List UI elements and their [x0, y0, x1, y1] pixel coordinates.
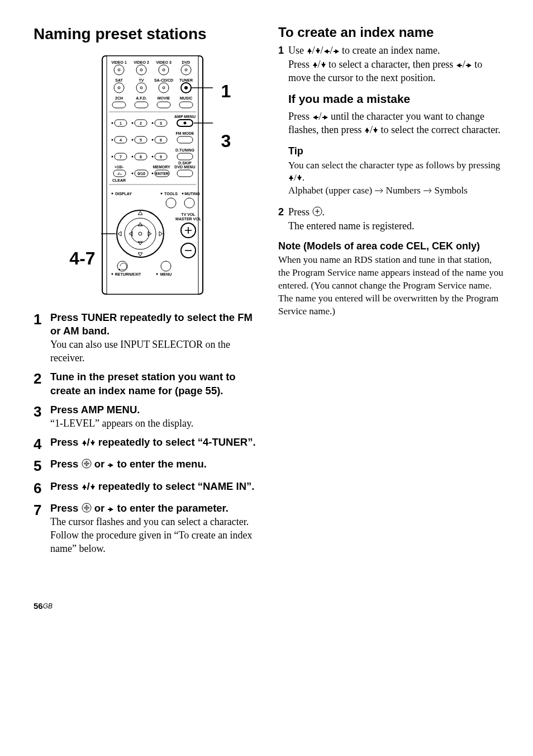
svg-text:3: 3 — [160, 121, 162, 125]
svg-text:ENTER: ENTER — [155, 172, 169, 176]
tip-title: Tip — [288, 144, 504, 158]
svg-point-44 — [151, 122, 153, 124]
svg-text:0/10: 0/10 — [137, 172, 145, 176]
arrow-down-icon — [321, 62, 326, 68]
svg-text:D.SKIP: D.SKIP — [178, 161, 192, 165]
svg-text:FM MODE: FM MODE — [175, 131, 194, 135]
svg-point-61 — [111, 155, 113, 157]
svg-text:5: 5 — [140, 138, 142, 142]
svg-text:2: 2 — [140, 121, 142, 125]
svg-point-91 — [182, 192, 183, 194]
svg-point-38 — [111, 122, 113, 124]
arrow-right-icon — [465, 63, 472, 68]
callout-3: 3 — [221, 129, 231, 153]
svg-point-104 — [111, 273, 113, 275]
arrow-up-icon — [364, 127, 370, 134]
svg-text:1: 1 — [120, 121, 122, 125]
arrow-up-icon — [82, 484, 87, 490]
svg-text:DVD MENU: DVD MENU — [174, 165, 195, 169]
svg-text:MUSIC: MUSIC — [179, 96, 192, 100]
svg-text:SA-CD/CD: SA-CD/CD — [154, 78, 173, 82]
arrow-right-icon — [333, 49, 340, 54]
svg-text:TOOLS: TOOLS — [164, 192, 178, 196]
remote-svg: VIDEO 1 VIDEO 2 VIDEO 3 DVD SAT TV SA-CD… — [101, 55, 216, 295]
note-title: Note (Models of area code CEL, CEK only) — [278, 239, 504, 253]
svg-text:CLEAR: CLEAR — [112, 178, 126, 182]
enter-icon — [82, 459, 92, 469]
step-1: 1 Press TUNER repeatedly to select the F… — [34, 311, 263, 365]
arrow-right-icon — [322, 115, 329, 120]
svg-text:2CH: 2CH — [115, 96, 123, 100]
svg-text:D.TUNING: D.TUNING — [175, 148, 194, 152]
step-6: 6 Press / repeatedly to select “NAME IN”… — [34, 480, 263, 496]
svg-point-67 — [151, 155, 153, 157]
step-3: 3 Press AMP MENU. “1-LEVEL” appears on t… — [34, 403, 263, 430]
svg-text:MUTING: MUTING — [184, 192, 200, 196]
svg-point-64 — [131, 155, 133, 157]
enter-icon — [82, 503, 92, 513]
svg-text:7: 7 — [120, 155, 122, 159]
svg-text:MENU: MENU — [160, 272, 172, 276]
arrow-left-icon — [456, 63, 463, 68]
arrow-down-icon — [90, 440, 96, 446]
arrow-down-icon — [90, 484, 96, 490]
svg-text:DVD: DVD — [182, 60, 190, 64]
page-title: Naming preset stations — [34, 23, 263, 45]
remote-diagram: 4-7 VIDEO 1 VIDEO 2 VIDEO 3 DVD SAT TV — [34, 55, 263, 295]
svg-text:MASTER VOL: MASTER VOL — [175, 217, 202, 221]
callout-4-7: 4-7 — [65, 247, 96, 271]
svg-point-81 — [151, 172, 153, 174]
svg-point-53 — [131, 139, 133, 140]
step-2: 2 Tune in the preset station you want to… — [34, 370, 263, 397]
arrow-up-icon — [82, 440, 87, 446]
svg-text:RETURN/EXIT: RETURN/EXIT — [115, 272, 141, 276]
svg-text:TUNER: TUNER — [179, 78, 193, 82]
arrow-down-icon — [373, 127, 378, 134]
thin-arrow-right-icon — [423, 187, 432, 194]
svg-text:DISPLAY: DISPLAY — [115, 192, 132, 196]
svg-point-77 — [131, 172, 133, 174]
svg-point-56 — [151, 139, 153, 140]
svg-point-49 — [183, 121, 186, 124]
arrow-up-icon — [288, 174, 294, 181]
svg-text:MOVIE: MOVIE — [157, 96, 170, 100]
step-7: 7 Press or to enter the parameter. The c… — [34, 502, 263, 556]
svg-text:VIDEO 2: VIDEO 2 — [134, 60, 149, 64]
svg-point-87 — [111, 192, 113, 194]
thin-arrow-right-icon — [374, 187, 383, 194]
svg-text:4: 4 — [120, 138, 122, 142]
plus-circle-icon — [312, 206, 322, 216]
tip-body: You can select the character type as fol… — [288, 159, 504, 198]
svg-text:TV: TV — [139, 78, 144, 82]
arrow-up-icon — [307, 48, 312, 54]
svg-text:MEMORY: MEMORY — [153, 165, 170, 169]
svg-point-28 — [184, 86, 188, 89]
svg-point-50 — [111, 139, 113, 140]
arrow-up-icon — [312, 62, 318, 68]
svg-text:9: 9 — [160, 155, 162, 159]
note-body: When you name an RDS station and tune in… — [278, 254, 504, 318]
right-step-1: 1 Use /// to create an index name. Press… — [278, 44, 504, 84]
svg-text:TV VOL: TV VOL — [181, 212, 196, 216]
arrow-left-icon — [312, 115, 319, 120]
svg-text:VIDEO 1: VIDEO 1 — [111, 60, 127, 64]
arrow-left-icon — [323, 49, 330, 54]
svg-text:AMP MENU: AMP MENU — [174, 115, 196, 119]
create-index-title: To create an index name — [278, 23, 504, 41]
svg-point-89 — [160, 192, 162, 194]
step-4: 4 Press / repeatedly to select “4-TUNER”… — [34, 436, 263, 452]
page-number: 56GB — [34, 601, 504, 612]
svg-text:SAT: SAT — [115, 78, 123, 82]
right-step-2: 2 Press . The entered name is registered… — [278, 205, 504, 233]
arrow-right-icon — [107, 507, 114, 512]
svg-point-41 — [131, 122, 133, 124]
svg-text:VIDEO 3: VIDEO 3 — [156, 60, 172, 64]
svg-text:>10/-: >10/- — [115, 165, 124, 169]
step-5: 5 Press or to enter the menu. — [34, 457, 263, 474]
arrow-down-icon — [315, 48, 321, 54]
svg-text:A.F.D.: A.F.D. — [136, 96, 147, 100]
svg-text:-/--: -/-- — [117, 172, 122, 176]
callout-1: 1 — [221, 79, 231, 103]
svg-text:6: 6 — [160, 138, 162, 142]
arrow-down-icon — [297, 174, 302, 181]
